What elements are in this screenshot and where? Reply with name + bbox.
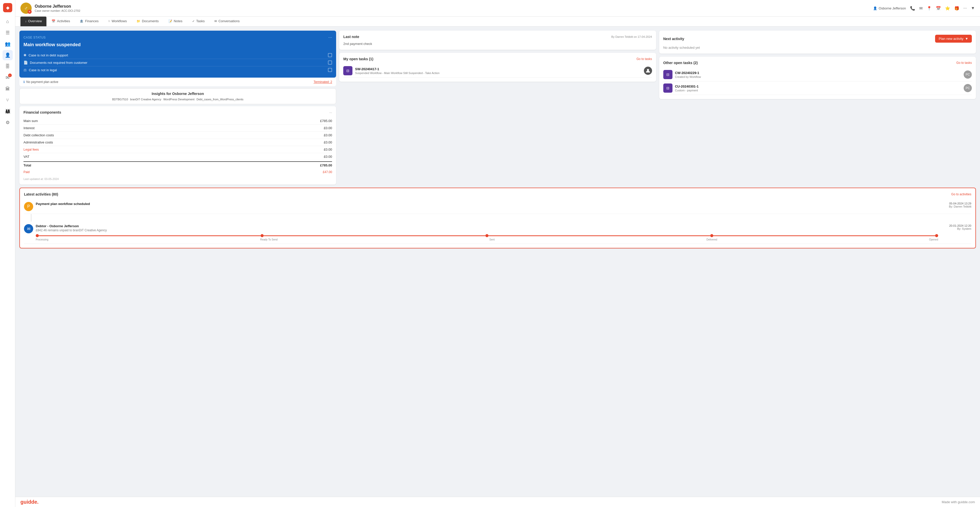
- status-checkbox-3[interactable]: [328, 68, 332, 72]
- status-item-3: ⚖ Case is not in legal: [24, 66, 332, 73]
- status-item-1: ✱ Case is not in debt support: [24, 51, 332, 59]
- tab-documents[interactable]: 📁 Documents: [132, 17, 163, 26]
- guidde-logo: guidde.: [21, 499, 38, 505]
- settings-icon: ⚙: [6, 120, 10, 125]
- location-icon[interactable]: 📍: [927, 6, 932, 11]
- progress-line-3: [488, 235, 710, 236]
- task-cu-details: CU-20240301-1 Custom - payment: [675, 84, 961, 92]
- progress-label-3: Sent: [490, 238, 495, 241]
- task-cu-avatar: PC: [964, 84, 972, 92]
- other-tasks-header: Other open tasks (2) Go to tasks: [663, 61, 972, 65]
- tab-conversations-label: Conversations: [218, 19, 240, 23]
- financial-row-total: Total £785.00: [24, 161, 332, 169]
- contact-name: Osborne Jefferson: [35, 4, 870, 9]
- tab-notes[interactable]: 📝 Notes: [164, 17, 187, 26]
- other-tasks-title: Other open tasks (2): [663, 61, 698, 65]
- insight-tag-2: branDiT Creative Agency: [130, 98, 161, 101]
- insight-tag-4: Debt_cases_from_WordPress_clients: [197, 98, 243, 101]
- main-content: ♂ 👁 Osborne Jefferson Case owner number:…: [15, 0, 980, 507]
- task-cw-details: CW-20240229-1 Created by Workflow: [675, 71, 961, 78]
- bottom-bar: guidde. Made with guidde.com: [15, 497, 980, 507]
- sidebar-item-contacts[interactable]: 👤: [3, 50, 13, 60]
- task-cw-desc: Created by Workflow: [675, 75, 961, 78]
- more-icon[interactable]: ···: [963, 6, 967, 10]
- activity-2-content: Debtor - Osborne Jefferson £842.46 remai…: [36, 224, 938, 241]
- payment-info: ℹ No payment plan active: [24, 80, 58, 84]
- sidebar-item-cases[interactable]: ☰: [3, 27, 13, 38]
- star-icon[interactable]: ⭐: [945, 6, 950, 11]
- legal-fees-value: £0.00: [324, 148, 332, 151]
- gift-icon[interactable]: 🎁: [954, 6, 959, 11]
- overview-tab-icon: ↓: [25, 19, 27, 23]
- sidebar-item-home[interactable]: ⌂: [3, 16, 13, 27]
- last-note-header: Last note By Darren Tebbitt on 17-04-202…: [343, 35, 652, 39]
- logo-icon: ◆: [6, 5, 9, 10]
- task-cw-icon: ⊟: [667, 72, 670, 77]
- debt-costs-value: £0.00: [324, 133, 332, 137]
- go-to-tasks-link[interactable]: Go to tasks: [636, 57, 652, 61]
- status-checkbox-2[interactable]: [328, 61, 332, 65]
- status-checkbox-1[interactable]: [328, 53, 332, 57]
- phone-icon[interactable]: 📞: [910, 6, 915, 11]
- activity-item-2: ✉ Debtor - Osborne Jefferson £842.46 rem…: [24, 222, 971, 244]
- activity-1-date: 05-04-2024 13:29: [949, 202, 971, 205]
- activity-2-date: 20-01-2024 12:20: [941, 224, 971, 227]
- progress-dot-2: [261, 234, 264, 237]
- terminated-link[interactable]: Terminated: 2: [313, 80, 332, 84]
- next-activity-header: Next activity Plan new activity ▼: [663, 35, 972, 43]
- activities-tab-icon: 📅: [52, 19, 56, 23]
- tab-finances[interactable]: 🏦 Finances: [75, 17, 103, 26]
- paid-label[interactable]: Paid: [24, 170, 30, 174]
- sidebar-item-workflow[interactable]: ⑂: [3, 95, 13, 105]
- email-activity-icon: ✉: [27, 226, 30, 231]
- activity-2-by: By: System: [941, 227, 971, 230]
- tab-overview[interactable]: ↓ Overview: [21, 17, 46, 26]
- activities-header: Latest activities (80) Go to activities: [24, 192, 971, 196]
- header-actions: 👤 Osborne Jefferson 📞 ✉ 📍 📅 ⭐ 🎁 ··· ▼: [873, 6, 975, 11]
- vat-label: VAT: [24, 155, 29, 159]
- tab-activities[interactable]: 📅 Activities: [47, 17, 75, 26]
- sidebar-item-database[interactable]: 🗄: [3, 61, 13, 72]
- users-icon: 👥: [5, 41, 11, 47]
- activity-item-1: P Payment plan workflow scheduled 05-04-…: [24, 199, 971, 214]
- task-cu-desc: Custom - payment: [675, 89, 961, 92]
- progress-line-1: [39, 235, 261, 236]
- financial-more-icon[interactable]: ···: [329, 110, 332, 114]
- finances-tab-icon: 🏦: [80, 19, 83, 23]
- progress-dot-3: [485, 234, 488, 237]
- sidebar-item-institution[interactable]: 🏛: [3, 84, 13, 94]
- financial-title: Financial components: [24, 110, 61, 114]
- sidebar-item-users[interactable]: 👥: [3, 39, 13, 49]
- progress-dot-5: [935, 234, 938, 237]
- chevron-down-icon[interactable]: ▼: [971, 6, 975, 10]
- activity-progress-track: [36, 234, 938, 237]
- plan-new-activity-button[interactable]: Plan new activity ▼: [935, 35, 972, 43]
- app-logo[interactable]: ◆: [3, 3, 12, 12]
- tab-workflows[interactable]: ⑂ Workflows: [103, 17, 131, 26]
- top-row: Case status ··· Main workflow suspended …: [19, 30, 976, 185]
- middle-column: Last note By Darren Tebbitt on 17-04-202…: [339, 30, 656, 185]
- tab-conversations[interactable]: ✉ Conversations: [210, 17, 244, 26]
- sidebar-item-team[interactable]: 👨‍👩‍👧: [3, 106, 13, 116]
- paid-value: £47.00: [323, 170, 332, 174]
- legal-fees-label[interactable]: Legal fees: [24, 148, 39, 151]
- sidebar-item-mail[interactable]: ✉ 1: [3, 72, 13, 83]
- made-with-text: Made with guidde.com: [942, 500, 975, 504]
- tab-tasks-label: Tasks: [196, 19, 205, 23]
- status-item-1-text: Case is not in debt support: [29, 53, 68, 57]
- case-status-more-icon[interactable]: ···: [328, 35, 332, 40]
- go-to-activities-link[interactable]: Go to activities: [951, 193, 971, 196]
- tab-tasks[interactable]: ✓ Tasks: [188, 17, 209, 26]
- progress-line-4: [713, 235, 935, 236]
- sidebar-item-settings[interactable]: ⚙: [3, 118, 13, 128]
- calendar-icon[interactable]: 📅: [936, 6, 941, 11]
- last-updated-value: 03-05-2024: [45, 177, 59, 180]
- debt-support-icon: ✱: [24, 53, 27, 57]
- other-tasks-card: Other open tasks (2) Go to tasks ⊟ CW-20…: [659, 57, 976, 99]
- tab-workflows-label: Workflows: [111, 19, 127, 23]
- header-user: 👤 Osborne Jefferson: [873, 6, 906, 10]
- email-icon[interactable]: ✉: [919, 6, 923, 11]
- header-title-block: Osborne Jefferson Case owner number: ACC…: [35, 4, 870, 13]
- go-to-other-tasks-link[interactable]: Go to tasks: [956, 61, 972, 65]
- plan-activity-label: Plan new activity: [939, 37, 963, 41]
